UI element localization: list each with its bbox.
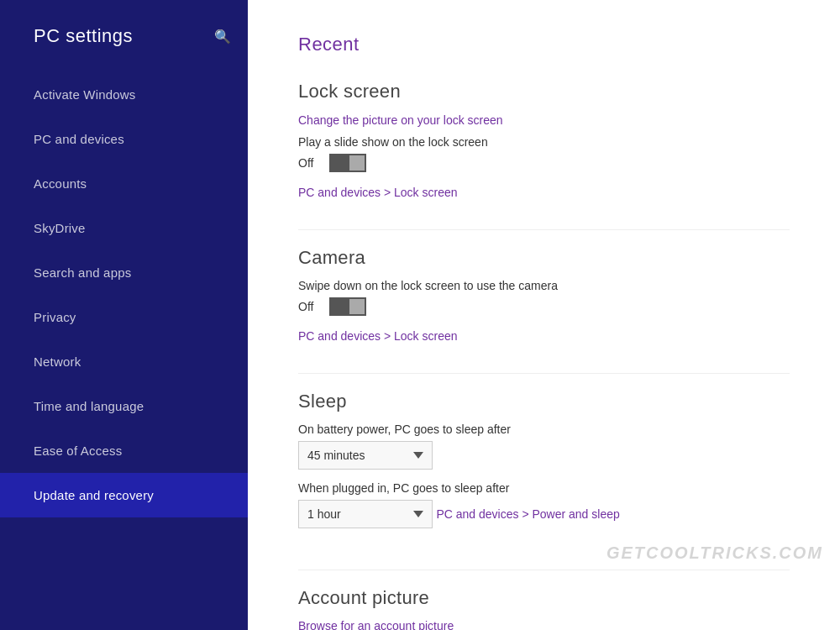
account-picture-heading: Account picture	[298, 587, 790, 609]
slideshow-toggle-off-label: Off	[298, 156, 319, 170]
divider-2	[298, 373, 790, 374]
sidebar-item-accounts[interactable]: Accounts	[0, 161, 248, 206]
lock-screen-heading: Lock screen	[298, 81, 790, 102]
sidebar-item-privacy[interactable]: Privacy	[0, 295, 248, 339]
battery-sleep-dropdown[interactable]: 45 minutes 1 minute 2 minutes 5 minutes …	[298, 441, 433, 470]
lock-screen-section: Lock screen Change the picture on your l…	[298, 81, 790, 200]
lock-screen-picture-link[interactable]: Change the picture on your lock screen	[298, 113, 503, 127]
sidebar-item-network[interactable]: Network	[0, 339, 248, 384]
camera-heading: Camera	[298, 247, 790, 269]
slideshow-toggle[interactable]	[329, 154, 366, 172]
sidebar-item-skydrive[interactable]: SkyDrive	[0, 206, 248, 250]
camera-swipe-label: Swipe down on the lock screen to use the…	[298, 279, 790, 292]
sidebar-item-ease-of-access[interactable]: Ease of Access	[0, 428, 248, 473]
browse-account-picture-link[interactable]: Browse for an account picture	[298, 619, 790, 630]
recent-heading: Recent	[298, 34, 790, 55]
divider-1	[298, 229, 790, 230]
sidebar-title-row: PC settings 🔍	[0, 25, 248, 72]
sidebar-item-time-and-language[interactable]: Time and language	[0, 384, 248, 428]
camera-section: Camera Swipe down on the lock screen to …	[298, 247, 790, 344]
battery-sleep-label: On battery power, PC goes to sleep after	[298, 423, 790, 436]
account-picture-section: Account picture Browse for an account pi…	[298, 587, 790, 630]
sidebar-title: PC settings	[34, 25, 133, 47]
sidebar-item-update-and-recovery[interactable]: Update and recovery	[0, 473, 248, 517]
divider-3	[298, 570, 790, 570]
search-button[interactable]: 🔍	[214, 29, 231, 45]
sidebar-item-activate-windows[interactable]: Activate Windows	[0, 72, 248, 117]
camera-nav-link[interactable]: PC and devices > Lock screen	[298, 329, 458, 343]
sidebar-item-search-and-apps[interactable]: Search and apps	[0, 250, 248, 295]
lock-screen-nav-link[interactable]: PC and devices > Lock screen	[298, 186, 458, 199]
camera-toggle-row: Off	[298, 297, 790, 316]
sidebar: PC settings 🔍 Activate Windows PC and de…	[0, 0, 248, 630]
slideshow-toggle-row: Off	[298, 154, 790, 172]
sleep-heading: Sleep	[298, 391, 790, 412]
main-content: Recent Lock screen Change the picture on…	[248, 0, 840, 630]
plugged-sleep-label: When plugged in, PC goes to sleep after	[298, 481, 790, 495]
sleep-section: Sleep On battery power, PC goes to sleep…	[298, 391, 790, 540]
camera-toggle[interactable]	[329, 297, 366, 316]
plugged-sleep-dropdown[interactable]: 1 hour 1 minute 2 minutes 5 minutes 15 m…	[298, 500, 433, 528]
sidebar-item-pc-and-devices[interactable]: PC and devices	[0, 117, 248, 161]
camera-toggle-off-label: Off	[298, 300, 319, 313]
sleep-nav-link[interactable]: PC and devices > Power and sleep	[436, 507, 619, 521]
search-icon: 🔍	[214, 29, 231, 44]
slideshow-label: Play a slide show on the lock screen	[298, 135, 790, 149]
